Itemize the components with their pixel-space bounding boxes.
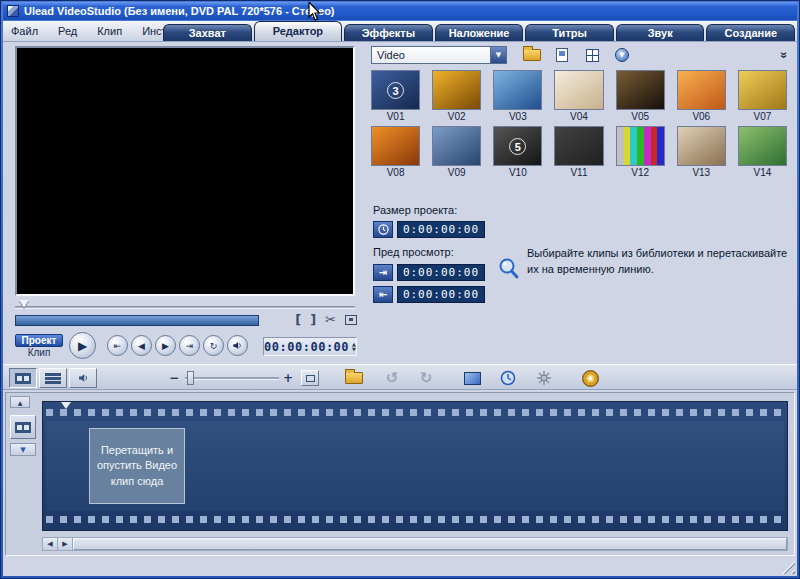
library-clip-V01[interactable]: 3V01 [371, 70, 420, 123]
library-more-button[interactable]: » [775, 45, 793, 65]
mark-out-icon[interactable]: ] [310, 312, 316, 327]
batch-convert-button[interactable] [531, 367, 557, 389]
step-tab-1[interactable]: Захват [163, 24, 252, 41]
clip-thumbnail-image [554, 70, 603, 110]
zoom-out-icon[interactable]: − [169, 371, 179, 385]
timeline-view-button[interactable] [39, 368, 67, 388]
project-duration-value: 0:00:00:00 [397, 221, 485, 238]
fit-icon [306, 375, 315, 382]
audio-view-button[interactable] [69, 368, 97, 388]
timecode-spinner[interactable]: ▲ ▼ [352, 342, 356, 351]
library-clip-V04[interactable]: V04 [554, 70, 603, 123]
menu-item-2[interactable]: Ред [58, 25, 77, 37]
application-window: Ulead VideoStudio (Без имени, DVD PAL 72… [0, 0, 800, 579]
library-clip-V11[interactable]: V11 [554, 126, 603, 179]
insert-media-button[interactable] [341, 367, 367, 389]
library-panel: Video ▼ ▼ » 3V01V02V03V04V05V06V07V08V09… [367, 44, 795, 362]
preview-panel: [ ] ✂ Проект Клип ▶ ⇤ ◀ ▶ ⇥ ↻ [7, 44, 365, 362]
mark-out-button[interactable]: ⇤ [373, 286, 393, 303]
cut-clip-icon[interactable]: ✂ [325, 312, 336, 327]
library-clip-V05[interactable]: V05 [616, 70, 665, 123]
timeline-scrollbar[interactable]: ◀ ▶ [42, 537, 788, 551]
library-clip-V08[interactable]: V08 [371, 126, 420, 179]
repeat-button[interactable]: ↻ [203, 335, 224, 356]
collapse-timeline-button[interactable]: ▲ [10, 396, 30, 408]
enlarge-preview-button[interactable] [459, 367, 485, 389]
scroll-right-button[interactable]: ▶ [58, 538, 73, 550]
library-clip-V14[interactable]: V14 [738, 126, 787, 179]
clip-thumbnail-image [677, 70, 726, 110]
undo-button[interactable]: ↺ [379, 367, 405, 389]
speaker-icon [232, 340, 243, 351]
spin-down-icon[interactable]: ▼ [352, 347, 356, 352]
library-options-button[interactable] [579, 45, 605, 65]
library-clip-V03[interactable]: V03 [493, 70, 542, 123]
clip-label: V14 [738, 166, 787, 179]
menu-item-3[interactable]: Клип [97, 25, 122, 37]
volume-button[interactable] [227, 335, 248, 356]
library-clip-V12[interactable]: V12 [616, 126, 665, 179]
thumbnail-grid: 3V01V02V03V04V05V06V07V08V095V10V11V12V1… [371, 70, 787, 179]
step-tab-2[interactable]: Редактор [254, 21, 343, 41]
step-tab-7[interactable]: Создание [706, 24, 795, 41]
preview-range-label: Пред просмотр: [373, 246, 454, 258]
redo-button[interactable]: ↻ [413, 367, 439, 389]
project-playback-button[interactable] [495, 367, 521, 389]
mark-out-value[interactable]: 0:00:00:00 [397, 286, 485, 303]
library-clip-V07[interactable]: V07 [738, 70, 787, 123]
create-disc-button[interactable] [577, 367, 603, 389]
resize-grip[interactable] [782, 561, 795, 574]
step-tab-6[interactable]: Звук [616, 24, 705, 41]
library-clip-V13[interactable]: V13 [677, 126, 726, 179]
timeline-playhead[interactable] [61, 402, 71, 409]
app-icon [7, 5, 19, 17]
mark-in-icon[interactable]: [ [295, 312, 301, 327]
fit-project-button[interactable] [301, 370, 319, 386]
video-preview [15, 46, 355, 296]
mark-in-value[interactable]: 0:00:00:00 [397, 264, 485, 281]
trim-bar[interactable] [15, 306, 355, 309]
end-button[interactable]: ⇥ [179, 335, 200, 356]
step-tab-4[interactable]: Наложение [435, 24, 524, 41]
clip-label: V05 [616, 110, 665, 123]
project-duration-button[interactable] [373, 221, 393, 238]
zoom-slider-handle[interactable] [187, 371, 194, 385]
playback-controls: Проект Клип ▶ ⇤ ◀ ▶ ⇥ ↻ 00:00:00:00 ▲ ▼ [15, 332, 357, 362]
zoom-in-icon[interactable]: + [283, 371, 293, 385]
zoom-slider-track[interactable] [185, 377, 279, 380]
title-bar[interactable]: Ulead VideoStudio (Без имени, DVD PAL 72… [3, 2, 797, 20]
mode-clip-button[interactable]: Клип [15, 347, 63, 360]
storyboard-view-button[interactable] [9, 368, 37, 388]
library-clip-V02[interactable]: V02 [432, 70, 481, 123]
gallery-dropdown[interactable]: Video ▼ [371, 46, 507, 64]
mark-out-icon: ⇤ [379, 289, 387, 300]
enlarge-preview-icon[interactable] [345, 315, 357, 325]
step-tab-5[interactable]: Титры [525, 24, 614, 41]
redo-icon: ↻ [420, 369, 433, 387]
clip-label: V08 [371, 166, 420, 179]
dropdown-arrow-icon[interactable]: ▼ [490, 47, 506, 63]
mark-in-button[interactable]: ⇥ [373, 264, 393, 281]
mode-project-button[interactable]: Проект [15, 334, 63, 347]
video-track-filmstrip[interactable]: Перетащить и опустить Видео клип сюда [42, 401, 788, 531]
trim-handle[interactable] [19, 300, 29, 308]
next-frame-button[interactable]: ▶ [155, 335, 176, 356]
scroll-left-button[interactable]: ◀ [43, 538, 58, 550]
scrollbar-thumb[interactable] [73, 538, 787, 550]
jog-bar[interactable] [15, 315, 259, 326]
library-clip-V09[interactable]: V09 [432, 126, 481, 179]
home-button[interactable]: ⇤ [107, 335, 128, 356]
track-scroll-down-button[interactable]: ▼ [10, 443, 36, 456]
video-track-button[interactable] [10, 415, 36, 439]
insert-clip-button[interactable] [549, 45, 575, 65]
step-tab-3[interactable]: Эффекты [344, 24, 433, 41]
menu-item-1[interactable]: Файл [11, 25, 38, 37]
library-clip-V06[interactable]: V06 [677, 70, 726, 123]
previous-frame-button[interactable]: ◀ [131, 335, 152, 356]
disc-icon [582, 370, 599, 387]
sort-clips-button[interactable]: ▼ [609, 45, 635, 65]
library-clip-V10[interactable]: 5V10 [493, 126, 542, 179]
right-arrow-icon: ▶ [62, 540, 67, 548]
play-button[interactable]: ▶ [69, 332, 96, 359]
load-media-button[interactable] [519, 45, 545, 65]
